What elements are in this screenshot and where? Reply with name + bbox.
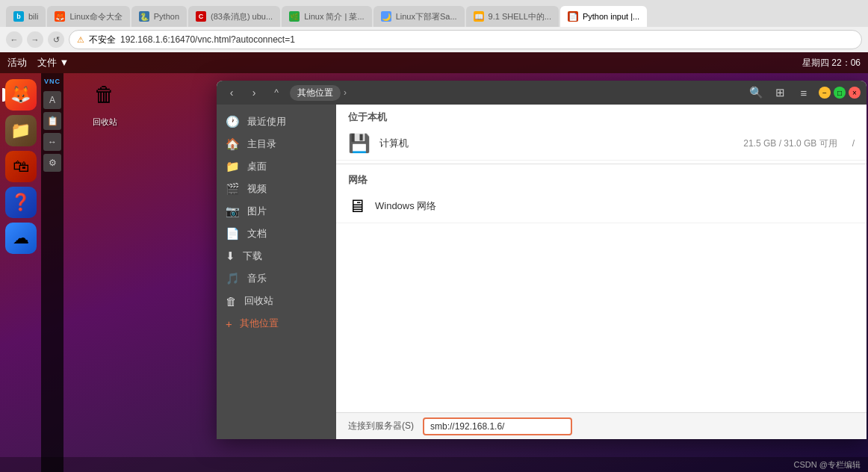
dock: 🦊 📁 🛍 ❓ ☁ <box>0 73 41 472</box>
windows-network-name: Windows 网络 <box>375 199 855 213</box>
desktop-icon: 📁 <box>226 160 240 173</box>
tab-linux-sa[interactable]: 🌙 Linux下部署Sa... <box>373 6 465 27</box>
tab-label-python-input: Python input |... <box>583 12 639 21</box>
dock-indicator-firefox <box>2 88 5 102</box>
network-section-title: 网络 <box>336 167 867 190</box>
back-button[interactable]: ← <box>6 31 22 48</box>
sidebar-item-trash[interactable]: 🗑 回收站 <box>217 290 336 312</box>
sidebar-item-music[interactable]: 🎵 音乐 <box>217 267 336 290</box>
fm-path-other-locations[interactable]: 其他位置 <box>290 85 341 101</box>
reload-button[interactable]: ↺ <box>48 31 64 48</box>
computer-path: / <box>852 138 855 149</box>
sidebar-item-videos[interactable]: 🎬 视频 <box>217 178 336 200</box>
sidebar-label-documents: 文档 <box>247 227 267 240</box>
pictures-icon: 📷 <box>226 205 240 218</box>
browser-chrome: b bili 🦊 Linux命令大全 🐍 Python C (83条消息) ub… <box>0 0 868 52</box>
dock-icon-help[interactable]: ❓ <box>5 187 37 218</box>
address-bar[interactable]: ⚠ 不安全 192.168.1.6:16470/vnc.html?autocon… <box>69 30 862 49</box>
tab-label-ubuntu83: (83条消息) ubu... <box>211 11 273 22</box>
window-maximize-button[interactable]: □ <box>834 87 846 99</box>
tab-favicon-linux-intro: 🌿 <box>289 11 300 22</box>
tab-label-linux-sa: Linux下部署Sa... <box>396 11 457 22</box>
fm-toolbar-right: 🔍 ⊞ ≡ <box>745 82 814 103</box>
sidebar-item-pictures[interactable]: 📷 图片 <box>217 200 336 223</box>
browser-nav-bar: ← → ↺ ⚠ 不安全 192.168.1.6:16470/vnc.html?a… <box>0 27 868 52</box>
fm-main-content: 位于本机 💾 计算机 21.5 GB / 31.0 GB 可用 / 网络 🖥 W… <box>336 105 867 439</box>
fm-path-arrow: › <box>344 87 347 98</box>
sidebar-item-documents[interactable]: 📄 文档 <box>217 223 336 245</box>
activities-button[interactable]: 活动 <box>7 56 27 69</box>
tab-favicon-linux-cmd: 🦊 <box>55 11 65 22</box>
sidebar-item-recent[interactable]: 🕐 最近使用 <box>217 111 336 133</box>
tab-python-input[interactable]: 📄 Python input |... <box>560 6 647 27</box>
documents-icon: 📄 <box>226 227 240 240</box>
forward-button[interactable]: → <box>27 31 43 48</box>
tab-label-python: Python <box>154 12 179 21</box>
window-close-button[interactable]: × <box>849 87 861 99</box>
tabs-bar: b bili 🦊 Linux命令大全 🐍 Python C (83条消息) ub… <box>0 0 868 27</box>
sidebar-item-other-locations[interactable]: + 其他位置 <box>217 312 336 335</box>
list-item-computer[interactable]: 💾 计算机 21.5 GB / 31.0 GB 可用 / <box>336 127 867 161</box>
file-menu[interactable]: 文件 ▼ <box>37 56 69 69</box>
fm-window-buttons: − □ × <box>819 87 861 99</box>
tab-ubuntu83[interactable]: C (83条消息) ubu... <box>188 6 280 27</box>
sidebar-item-downloads[interactable]: ⬇ 下载 <box>217 245 336 267</box>
sidebar-label-other: 其他位置 <box>240 317 279 330</box>
tab-shell[interactable]: 📖 9.1 SHELL中的... <box>466 6 559 27</box>
dock-icon-files[interactable]: 📁 <box>5 115 37 146</box>
panel-left: 活动 文件 ▼ <box>7 56 69 69</box>
tab-label-linux-intro: Linux 简介 | 菜... <box>304 11 365 22</box>
music-icon: 🎵 <box>226 272 240 285</box>
file-manager-window: ‹ › ^ 其他位置 › 🔍 ⊞ ≡ − □ × 🕐 <box>217 81 867 439</box>
window-minimize-button[interactable]: − <box>819 87 831 99</box>
connect-label: 连接到服务器(S) <box>348 420 414 432</box>
tab-favicon-linux-sa: 🌙 <box>381 11 391 22</box>
software-icon: 🛍 <box>13 157 29 176</box>
fm-forward-button[interactable]: › <box>245 84 263 102</box>
section-divider <box>336 164 867 164</box>
dock-icon-software[interactable]: 🛍 <box>5 151 37 182</box>
sidebar-item-desktop[interactable]: 📁 桌面 <box>217 155 336 178</box>
windows-network-icon: 🖥 <box>348 196 366 217</box>
tab-linux-cmd[interactable]: 🦊 Linux命令大全 <box>47 6 129 27</box>
fm-back-button[interactable]: ‹ <box>223 84 241 102</box>
computer-meta: 21.5 GB / 31.0 GB 可用 <box>743 137 837 150</box>
fm-search-button[interactable]: 🔍 <box>745 82 766 103</box>
home-icon: 🏠 <box>226 137 240 151</box>
tab-linux-intro[interactable]: 🌿 Linux 简介 | 菜... <box>282 6 372 27</box>
desktop-icon-trash[interactable]: 🗑 回收站 <box>78 75 131 128</box>
sidebar-item-home[interactable]: 🏠 主目录 <box>217 133 336 155</box>
security-warning-text: 不安全 <box>89 34 116 46</box>
add-location-icon: + <box>226 317 232 330</box>
csdn-watermark: CSDN @专栏编辑 <box>0 457 868 472</box>
vnc-btn-clipboard[interactable]: 📋 <box>43 112 61 130</box>
tab-bili[interactable]: b bili <box>6 6 46 27</box>
sidebar-label-music: 音乐 <box>247 272 267 285</box>
list-item-windows-network[interactable]: 🖥 Windows 网络 <box>336 190 867 223</box>
vnc-label: VNC <box>44 78 61 85</box>
sidebar-label-desktop: 桌面 <box>247 160 267 173</box>
sidebar-label-trash: 回收站 <box>244 294 273 308</box>
fm-menu-button[interactable]: ≡ <box>793 82 814 103</box>
vnc-btn-settings[interactable]: ⚙ <box>43 154 61 172</box>
desktop: 活动 文件 ▼ 星期四 22：06 🦊 📁 🛍 ❓ ☁ VNC A 📋 ↔ ⚙ <box>0 52 868 472</box>
vnc-btn-resize[interactable]: ↔ <box>43 133 61 151</box>
help-icon: ❓ <box>10 193 31 212</box>
fm-up-button[interactable]: ^ <box>267 84 285 102</box>
trash-icon: 🗑 <box>85 75 124 114</box>
fm-view-button[interactable]: ⊞ <box>769 82 790 103</box>
main-content-spacer <box>336 223 867 412</box>
dock-icon-firefox[interactable]: 🦊 <box>5 79 37 111</box>
sidebar-label-home: 主目录 <box>247 137 276 151</box>
vnc-btn-keyboard[interactable]: A <box>43 91 61 109</box>
recent-icon: 🕐 <box>226 115 240 128</box>
server-address-input[interactable] <box>423 417 572 435</box>
videos-icon: 🎬 <box>226 182 240 196</box>
trash-label: 回收站 <box>93 117 117 128</box>
firefox-icon: 🦊 <box>10 85 31 105</box>
downloads-icon: ⬇ <box>226 249 235 263</box>
tab-python[interactable]: 🐍 Python <box>131 6 187 27</box>
dock-icon-baiduyun[interactable]: ☁ <box>5 223 37 254</box>
computer-icon: 💾 <box>348 133 371 154</box>
security-warning-icon: ⚠ <box>77 35 84 45</box>
